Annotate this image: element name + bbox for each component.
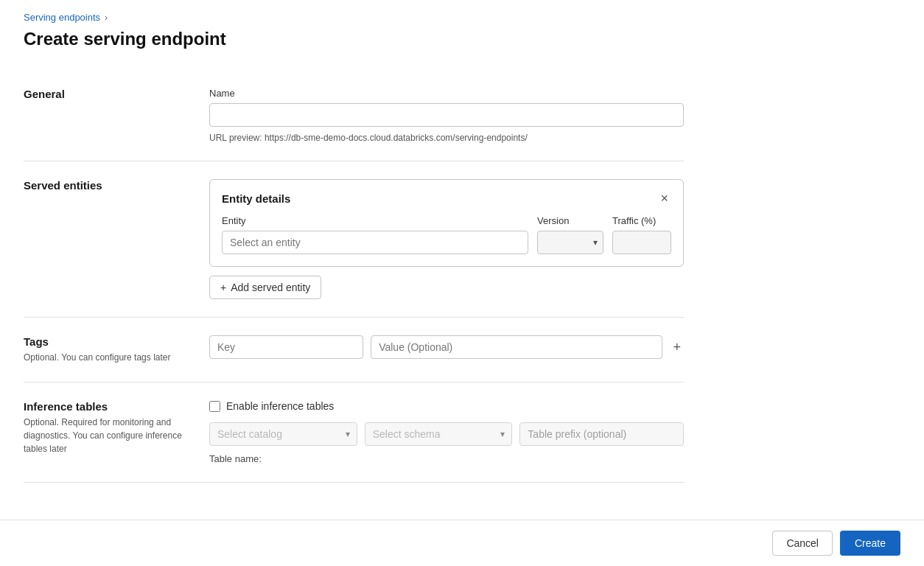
entity-details-card: Entity details × Entity Version	[209, 179, 684, 267]
breadcrumb-link[interactable]: Serving endpoints	[24, 12, 100, 23]
served-entities-content: Entity details × Entity Version	[209, 179, 684, 299]
table-name-label: Table name:	[209, 453, 262, 464]
entity-field: Entity	[222, 215, 528, 254]
inference-tables-label: Inference tables Optional. Required for …	[24, 400, 186, 464]
served-entities-label: Served entities	[24, 179, 186, 299]
entity-close-button[interactable]: ×	[657, 192, 671, 205]
entity-fields-row: Entity Version Traffic (%) 100	[222, 215, 671, 254]
traffic-field-label: Traffic (%)	[612, 215, 671, 226]
general-content: Name URL preview: https://db-sme-demo-do…	[209, 88, 684, 143]
inference-tables-title: Inference tables	[24, 400, 186, 413]
url-preview-label: URL preview:	[209, 133, 262, 143]
tags-row: +	[209, 335, 684, 359]
page-title: Create serving endpoint	[24, 29, 684, 49]
add-served-entity-button[interactable]: + Add served entity	[209, 276, 321, 299]
schema-select-wrapper: Select schema	[365, 422, 513, 446]
enable-inference-row: Enable inference tables	[209, 400, 684, 412]
table-prefix-input[interactable]	[519, 422, 684, 446]
traffic-field: Traffic (%) 100	[612, 215, 671, 254]
inference-tables-section: Inference tables Optional. Required for …	[24, 382, 684, 483]
entity-card-header: Entity details ×	[222, 192, 671, 205]
enable-inference-checkbox[interactable]	[209, 401, 220, 412]
create-button[interactable]: Create	[840, 531, 900, 556]
enable-inference-label: Enable inference tables	[226, 400, 334, 412]
tag-value-input[interactable]	[371, 335, 662, 359]
add-served-entity-label: Add served entity	[231, 282, 310, 293]
general-title: General	[24, 88, 186, 100]
served-entities-section: Served entities Entity details × Entity …	[24, 161, 684, 318]
tags-desc: Optional. You can configure tags later	[24, 351, 186, 364]
version-field-label: Version	[537, 215, 603, 226]
catalog-select-wrapper: Select catalog	[209, 422, 357, 446]
name-input[interactable]	[209, 103, 684, 127]
entity-field-label: Entity	[222, 215, 528, 226]
inference-selects-row: Select catalog Select schema	[209, 422, 684, 446]
add-icon: +	[220, 282, 226, 293]
inference-tables-content: Enable inference tables Select catalog S…	[209, 400, 684, 464]
name-label: Name	[209, 88, 684, 99]
version-field: Version	[537, 215, 603, 254]
breadcrumb-chevron-icon: ›	[105, 13, 108, 23]
tags-content: +	[209, 335, 684, 364]
tags-section: Tags Optional. You can configure tags la…	[24, 318, 684, 382]
breadcrumb: Serving endpoints ›	[24, 12, 684, 23]
version-select[interactable]	[537, 231, 603, 254]
url-preview-value: https://db-sme-demo-docs.cloud.databrick…	[265, 133, 528, 143]
table-name-row: Table name:	[209, 453, 684, 464]
tags-section-label: Tags Optional. You can configure tags la…	[24, 335, 186, 364]
url-preview: URL preview: https://db-sme-demo-docs.cl…	[209, 133, 684, 143]
traffic-input[interactable]: 100	[612, 231, 671, 254]
served-entities-title: Served entities	[24, 179, 186, 192]
tag-key-input[interactable]	[209, 335, 363, 359]
schema-select[interactable]: Select schema	[365, 422, 513, 446]
version-select-wrapper	[537, 231, 603, 254]
entity-details-title: Entity details	[222, 192, 290, 205]
general-section: General Name URL preview: https://db-sme…	[24, 70, 684, 161]
entity-select-input[interactable]	[222, 231, 528, 254]
tag-add-button[interactable]: +	[670, 337, 684, 358]
catalog-select[interactable]: Select catalog	[209, 422, 357, 446]
footer-bar: Cancel Create	[0, 520, 924, 566]
inference-tables-desc: Optional. Required for monitoring and di…	[24, 416, 186, 455]
cancel-button[interactable]: Cancel	[772, 531, 833, 556]
tags-title: Tags	[24, 335, 186, 348]
general-section-label: General	[24, 88, 186, 143]
